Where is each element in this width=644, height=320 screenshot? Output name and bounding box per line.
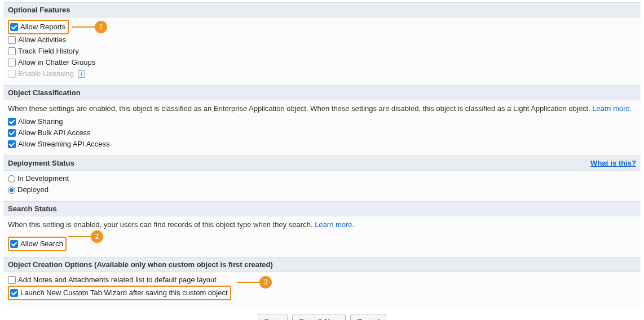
checkbox-add-notes[interactable] — [8, 276, 16, 284]
section-header-search: Search Status — [3, 201, 641, 216]
label-allow-bulk-api: Allow Bulk API Access — [18, 127, 91, 139]
learn-more-link-classification[interactable]: Learn more. — [592, 104, 632, 113]
save-button[interactable]: Save — [258, 314, 288, 320]
label-allow-activities: Allow Activities — [18, 34, 66, 46]
label-deployed: Deployed — [17, 184, 48, 195]
section-title: Object Classification — [8, 88, 81, 97]
highlight-launch-tab-wizard: Launch New Custom Tab Wizard after savin… — [8, 286, 231, 300]
checkbox-allow-reports[interactable] — [10, 23, 18, 31]
section-body-creation: Add Notes and Attachments related list t… — [3, 272, 641, 306]
label-allow-sharing: Allow Sharing — [18, 116, 63, 127]
info-icon[interactable]: i — [78, 70, 85, 78]
search-description: When this setting is enabled, your users… — [8, 220, 315, 229]
section-body-deployment: In Development Deployed — [3, 171, 641, 201]
what-is-this-link[interactable]: What is this? — [590, 159, 636, 167]
label-track-field-history: Track Field History — [18, 46, 79, 57]
highlight-allow-search: Allow Search — [8, 237, 67, 251]
callout-bubble-1: 1 — [95, 21, 107, 33]
highlight-allow-reports: Allow Reports — [8, 20, 69, 34]
classification-description: When these settings are enabled, this ob… — [8, 104, 592, 113]
label-allow-chatter-groups: Allow in Chatter Groups — [18, 57, 95, 68]
checkbox-allow-streaming-api[interactable] — [8, 140, 16, 148]
checkbox-allow-sharing[interactable] — [8, 118, 16, 126]
checkbox-allow-activities[interactable] — [8, 36, 16, 44]
checkbox-enable-licensing — [8, 70, 16, 78]
cancel-button[interactable]: Cancel — [350, 314, 386, 320]
callout-2: 2 — [68, 230, 103, 243]
section-body-classification: When these settings are enabled, this ob… — [3, 100, 641, 155]
section-title: Search Status — [8, 205, 57, 213]
section-title: Optional Features — [8, 6, 70, 14]
section-title: Object Creation Options (Available only … — [8, 260, 273, 269]
callout-bubble-3: 3 — [259, 276, 272, 288]
checkbox-allow-chatter-groups[interactable] — [8, 59, 16, 66]
checkbox-track-field-history[interactable] — [8, 47, 16, 55]
label-allow-reports: Allow Reports — [20, 21, 65, 33]
radio-deployed[interactable] — [8, 186, 15, 194]
learn-more-link-search[interactable]: Learn more. — [315, 220, 354, 229]
button-bar: Save Save & New Cancel — [3, 306, 641, 320]
label-allow-streaming-api: Allow Streaming API Access — [18, 139, 110, 150]
section-header-creation: Object Creation Options (Available only … — [3, 257, 641, 272]
callout-1: 1 — [72, 21, 107, 33]
label-enable-licensing: Enable Licensing — [18, 68, 74, 79]
checkbox-allow-bulk-api[interactable] — [8, 129, 16, 137]
section-header-classification: Object Classification — [3, 85, 641, 100]
section-title: Deployment Status — [8, 159, 74, 167]
checkbox-launch-tab-wizard[interactable] — [10, 289, 18, 297]
callout-3: 3 — [237, 276, 272, 288]
callout-bubble-2: 2 — [91, 230, 103, 243]
radio-in-development[interactable] — [8, 175, 15, 183]
label-launch-tab-wizard: Launch New Custom Tab Wizard after savin… — [20, 287, 228, 299]
label-in-development: In Development — [17, 173, 69, 184]
section-header-deployment: Deployment Status What is this? — [3, 155, 641, 171]
checkbox-allow-search[interactable] — [10, 240, 18, 248]
section-header-optional-features: Optional Features — [3, 2, 641, 17]
save-and-new-button[interactable]: Save & New — [292, 314, 346, 320]
label-add-notes: Add Notes and Attachments related list t… — [18, 274, 217, 286]
label-allow-search: Allow Search — [20, 238, 63, 250]
